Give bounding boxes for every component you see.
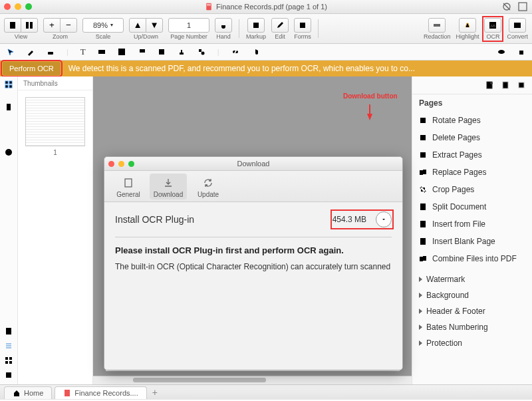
delete-pages-item[interactable]: Delete Pages: [412, 129, 532, 146]
svg-rect-34: [5, 85, 8, 88]
edit-button[interactable]: [271, 18, 289, 33]
svg-rect-68: [125, 179, 132, 187]
note-icon[interactable]: [158, 48, 166, 56]
horizontal-scrollbar[interactable]: [93, 376, 412, 384]
protection-section[interactable]: Protection: [412, 335, 532, 351]
rotate-pages-item[interactable]: Rotate Pages: [412, 112, 532, 129]
svg-rect-19: [98, 50, 105, 54]
download-area: 454.3 MB: [332, 211, 392, 227]
bookmarks-tab-icon[interactable]: [5, 103, 13, 111]
update-tab[interactable]: Update: [190, 174, 227, 200]
redaction-button[interactable]: [428, 18, 446, 33]
background-section[interactable]: Background: [412, 287, 532, 303]
form-tab-icon[interactable]: [517, 81, 525, 89]
attachment-icon[interactable]: [251, 48, 259, 56]
pdf-document-icon: [205, 3, 213, 11]
view-label: View: [15, 33, 27, 40]
thumbnails-header: Thumbnails: [18, 76, 92, 90]
svg-rect-33: [9, 81, 12, 84]
svg-rect-61: [423, 170, 426, 174]
stamp-icon[interactable]: [178, 48, 186, 56]
show-hide-icon[interactable]: [497, 48, 505, 56]
rail-list-icon[interactable]: [5, 342, 13, 350]
edit-label: Edit: [275, 33, 285, 40]
text-tool-icon[interactable]: T: [80, 47, 86, 57]
svg-rect-2: [207, 5, 211, 6]
download-dialog: Download General Download Update Install…: [104, 156, 403, 370]
document-tab[interactable]: Finance Records....: [55, 386, 146, 399]
link-icon[interactable]: [231, 48, 239, 56]
download-tab[interactable]: Download: [150, 174, 187, 200]
svg-rect-62: [420, 203, 426, 210]
highlight-button[interactable]: [459, 18, 476, 33]
pages-header: Pages: [412, 94, 532, 112]
doc-tab-icon[interactable]: [501, 81, 509, 89]
hand-button[interactable]: [215, 18, 232, 33]
page-up-button[interactable]: ▲: [129, 18, 146, 33]
svg-rect-49: [5, 361, 8, 364]
thumbnails-tab-icon[interactable]: [5, 80, 13, 88]
view-two-button[interactable]: [21, 18, 38, 33]
area-select-icon[interactable]: [118, 48, 126, 56]
pencil-icon[interactable]: [27, 48, 35, 56]
page-group: 1 Page Number: [168, 18, 209, 40]
svg-rect-26: [199, 49, 201, 52]
extract-pages-item[interactable]: Extract Pages: [412, 146, 532, 164]
textbox-icon[interactable]: [98, 48, 106, 56]
markup-button[interactable]: [247, 18, 265, 33]
svg-rect-54: [519, 82, 524, 88]
ocr-banner: Perform OCR We detect this is a scanned …: [0, 61, 532, 76]
convert-button[interactable]: [509, 18, 526, 33]
svg-rect-55: [420, 118, 426, 123]
page-number-input[interactable]: 1: [168, 18, 209, 33]
insert-from-file-item[interactable]: Insert from File: [412, 215, 532, 233]
ocr-button[interactable]: AB: [484, 18, 501, 33]
markup-group: Markup: [246, 18, 266, 40]
crop-pages-item[interactable]: Crop Pages: [412, 181, 532, 198]
status-bar: Home Finance Records.... +: [0, 384, 532, 400]
info-tab-icon[interactable]: [5, 148, 13, 156]
replace-pages-item[interactable]: Replace Pages: [412, 164, 532, 181]
view-single-button[interactable]: [4, 18, 21, 33]
rail-book-icon[interactable]: [5, 371, 13, 379]
rail-grid-icon[interactable]: [5, 356, 13, 364]
scale-label: Scale: [96, 33, 111, 40]
svg-text:AB: AB: [490, 24, 495, 28]
watermark-section[interactable]: Watermark: [412, 271, 532, 287]
split-document-item[interactable]: Split Document: [412, 198, 532, 215]
svg-point-42: [9, 150, 9, 151]
insert-blank-page-item[interactable]: Insert Blank Page: [412, 233, 532, 250]
highlight-group: Highlight: [456, 18, 479, 40]
svg-rect-11: [300, 23, 305, 28]
home-tab[interactable]: Home: [4, 386, 52, 399]
combine-files-item[interactable]: Combine Files into PDF: [412, 250, 532, 267]
markup-label: Markup: [246, 33, 266, 40]
general-tab[interactable]: General: [110, 174, 147, 200]
chevron-right-icon: [419, 277, 422, 282]
zoom-in-button[interactable]: +: [43, 18, 61, 33]
zoom-out-button[interactable]: −: [60, 18, 77, 33]
download-button[interactable]: [376, 211, 392, 227]
cursor-icon[interactable]: [7, 48, 15, 56]
delete-icon[interactable]: [517, 48, 525, 56]
page-thumbnail-1[interactable]: [25, 97, 85, 146]
thumbnails-panel: Thumbnails 1: [18, 76, 93, 384]
window-title: Finance Records.pdf (page 1 of 1): [0, 3, 532, 11]
callout-icon[interactable]: [138, 48, 146, 56]
scale-input[interactable]: 89%▾: [82, 18, 124, 33]
shapes-icon[interactable]: [198, 48, 205, 56]
perform-ocr-button[interactable]: Perform OCR: [3, 62, 61, 75]
outline-tab-icon[interactable]: [5, 126, 13, 134]
plugin-heading: Install OCR Plug-in: [115, 214, 194, 225]
bates-numbering-section[interactable]: Bates Numbering: [412, 319, 532, 335]
new-tab-button[interactable]: +: [150, 387, 160, 398]
svg-rect-9: [253, 23, 259, 28]
zoom-group: + − Zoom: [43, 18, 77, 40]
forms-button[interactable]: [294, 18, 311, 33]
page-down-button[interactable]: ▼: [146, 18, 163, 33]
eraser-icon[interactable]: [47, 48, 55, 56]
header-footer-section[interactable]: Header & Footer: [412, 303, 532, 319]
ocr-group: AB OCR: [484, 18, 501, 40]
pages-tab-icon[interactable]: [485, 81, 493, 89]
rail-doc-icon[interactable]: [5, 327, 13, 335]
